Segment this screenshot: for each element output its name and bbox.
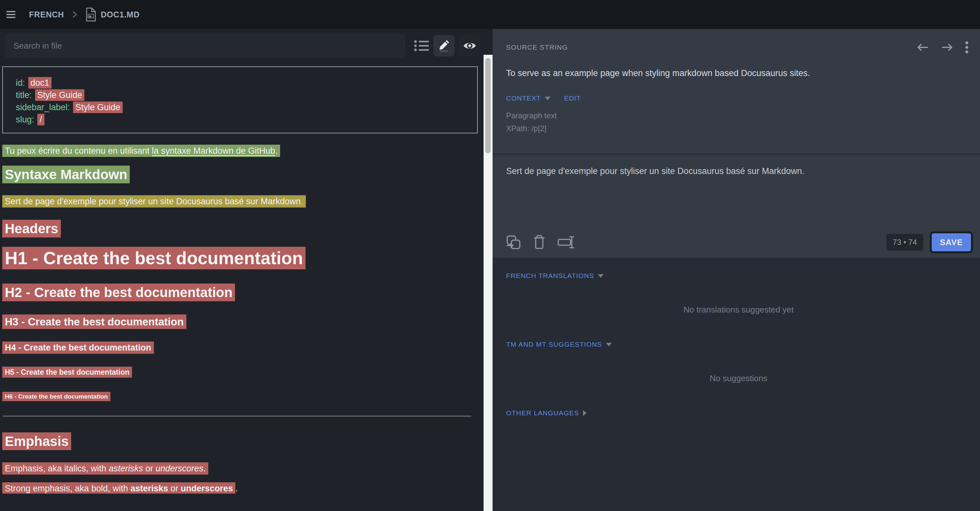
string-list-view-button[interactable] (414, 40, 429, 52)
context-row: CONTEXT EDIT (506, 94, 971, 102)
frontmatter-value-string[interactable]: doc1 (28, 77, 52, 89)
heading-h2: H2 - Create the best documentation (2, 285, 478, 300)
search-input[interactable] (5, 34, 405, 58)
translation-input[interactable]: Sert de page d'exemple pour styliser un … (506, 166, 971, 176)
heading-h4: H4 - Create the best documentation (2, 343, 478, 353)
untranslated-string[interactable]: H1 - Create the best documentation (2, 247, 305, 269)
dropdown-triangle-icon (545, 97, 550, 100)
heading-syntax: Syntaxe Markdown (2, 167, 478, 182)
doc-link[interactable]: la syntaxe Markdown de GitHub (152, 146, 275, 156)
untranslated-string[interactable]: Strong emphasis, aka bold, with asterisk… (2, 482, 235, 493)
untranslated-string[interactable]: Emphasis (2, 433, 71, 450)
list-icon (414, 40, 429, 52)
context-xpath: XPath: /p[2] (506, 122, 971, 135)
scrollbar-track[interactable] (484, 55, 493, 511)
horizontal-rule (3, 416, 471, 417)
source-string-label: SOURCE STRING (506, 43, 568, 51)
tm-empty-message: No suggestions (506, 374, 971, 383)
frontmatter-key: slug: (16, 115, 34, 125)
frontmatter-row: slug:/ (16, 113, 477, 126)
source-string-header-row: SOURCE STRING (506, 41, 971, 53)
clear-translation-icon (558, 236, 574, 249)
eye-icon (463, 41, 476, 50)
untranslated-string[interactable]: H3 - Create the best documentation (2, 315, 186, 329)
more-options-button[interactable] (965, 41, 969, 53)
frontmatter-value-string[interactable]: / (37, 114, 45, 125)
heading-headers: Headers (2, 221, 478, 236)
delete-translation-button[interactable] (533, 235, 546, 250)
hamburger-menu-button[interactable] (6, 11, 16, 18)
edit-context-link[interactable]: EDIT (564, 94, 581, 102)
trash-icon (533, 235, 546, 250)
document-scrollbar-column (484, 29, 493, 511)
translated-string[interactable]: Syntaxe Markdown (2, 166, 130, 183)
context-type: Paragraph text (506, 109, 971, 122)
copy-source-button[interactable] (506, 235, 521, 250)
paragraph-serve: Sert de page d'exemple pour styliser un … (2, 196, 478, 206)
dropdown-triangle-icon (606, 343, 612, 347)
untranslated-string[interactable]: Emphasis, aka italics, with asterisks or… (2, 462, 208, 474)
arrow-right-icon (941, 43, 954, 52)
dropdown-triangle-icon (598, 274, 604, 278)
frontmatter-value-string[interactable]: Style Guide (73, 102, 123, 113)
kebab-icon (965, 41, 969, 53)
frontmatter-value-string[interactable]: Style Guide (35, 89, 85, 101)
french-translations-header[interactable]: FRENCH TRANSLATIONS (506, 272, 971, 279)
save-button[interactable]: SAVE (932, 233, 971, 251)
frontmatter-row: sidebar_label:Style Guide (16, 101, 477, 113)
translation-toolbar: 73 • 74 SAVE (506, 233, 971, 251)
tm-mt-suggestions-header[interactable]: TM AND MT SUGGESTIONS (506, 340, 971, 348)
context-dropdown[interactable]: CONTEXT (506, 94, 550, 102)
selected-string[interactable]: Sert de page d'exemple pour styliser un … (2, 195, 306, 208)
frontmatter-row: id:doc1 (16, 77, 477, 89)
other-languages-header[interactable]: OTHER LANGUAGES (506, 409, 971, 417)
main-row: id:doc1 title:Style Guide sidebar_label:… (0, 29, 980, 511)
translations-empty-message: No translations suggested yet (506, 305, 971, 315)
breadcrumb-file[interactable]: DOC1.MD (101, 10, 140, 19)
heading-h5: H5 - Create the best documentation (2, 368, 478, 377)
untranslated-string[interactable]: Headers (2, 220, 61, 238)
editor-divider (493, 154, 980, 155)
edit-mode-button[interactable] (433, 35, 455, 56)
trailing-period: . (235, 484, 238, 493)
paragraph-emphasis-italic: Emphasis, aka italics, with asterisks or… (2, 463, 478, 474)
frontmatter-box: id:doc1 title:Style Guide sidebar_label:… (2, 66, 478, 133)
untranslated-string[interactable]: H6 - Create the best documentation (2, 392, 110, 401)
source-string-text: To serve as an example page when styling… (506, 68, 971, 78)
clear-translation-button[interactable] (558, 236, 574, 249)
heading-h6: H6 - Create the best documentation (2, 393, 478, 400)
scrollbar-thumb[interactable] (485, 58, 491, 153)
context-details: Paragraph text XPath: /p[2] (506, 109, 971, 135)
string-nav-icons (916, 41, 969, 53)
paragraph-intro: Tu peux écrire du contenu en utilisant l… (2, 145, 478, 156)
frontmatter-key: sidebar_label: (16, 102, 70, 112)
frontmatter-key: title: (16, 90, 32, 100)
top-bar: FRENCH M↓ DOC1.MD (0, 0, 980, 29)
breadcrumb-project[interactable]: FRENCH (29, 10, 64, 19)
copy-source-icon (506, 235, 521, 250)
markdown-file-icon: M↓ (85, 7, 96, 22)
preview-mode-button[interactable] (459, 35, 480, 56)
pencil-icon (438, 40, 450, 52)
heading-h3: H3 - Create the best documentation (2, 316, 478, 328)
next-string-button[interactable] (941, 43, 954, 52)
frontmatter-row: title:Style Guide (16, 89, 477, 101)
frontmatter-key: id: (16, 78, 25, 88)
untranslated-string[interactable]: H5 - Create the best documentation (2, 367, 132, 378)
previous-string-button[interactable] (916, 43, 929, 52)
untranslated-string[interactable]: H2 - Create the best documentation (2, 284, 235, 301)
translation-panel: SOURCE STRING (493, 29, 980, 511)
file-icon-badge: M↓ (89, 15, 92, 18)
source-string-section: SOURCE STRING (493, 29, 980, 258)
document-panel: id:doc1 title:Style Guide sidebar_label:… (0, 29, 484, 511)
arrow-left-icon (916, 43, 929, 52)
untranslated-string[interactable]: H4 - Create the best documentation (2, 342, 154, 354)
char-count-badge: 73 • 74 (886, 234, 923, 251)
chevron-right-icon (72, 11, 77, 18)
search-row (0, 29, 484, 62)
collapsed-triangle-icon (583, 410, 587, 416)
translated-string[interactable]: Tu peux écrire du contenu en utilisant l… (2, 145, 280, 157)
hamburger-icon (6, 11, 16, 18)
heading-emphasis: Emphasis (2, 434, 478, 449)
document-preview: id:doc1 title:Style Guide sidebar_label:… (0, 62, 484, 493)
